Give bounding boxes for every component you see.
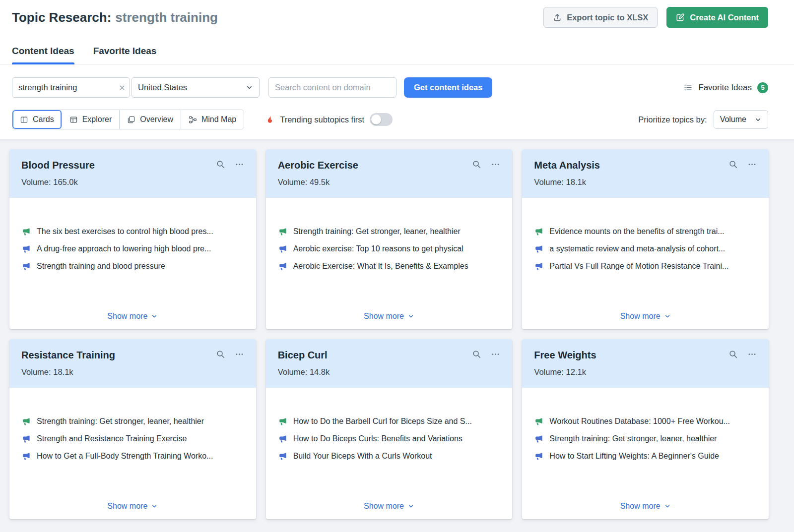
query-field-wrap [12,77,130,98]
content-idea-item[interactable]: How to Start Lifting Weights: A Beginner… [534,451,757,461]
topic-card-header: Aerobic Exercise Volume: 49.5k [266,149,513,198]
content-idea-item[interactable]: The six best exercises to control high b… [21,227,244,236]
search-topic-icon[interactable] [216,160,225,169]
content-idea-item[interactable]: How to Do the Barbell Curl for Biceps Si… [278,416,501,426]
chevron-down-icon [151,313,158,320]
topic-card-bicep-curl: Bicep Curl Volume: 14.8k How to Do the B… [266,339,513,519]
more-options-icon[interactable] [235,350,244,359]
megaphone-icon [534,451,543,461]
show-more-button[interactable]: Show more [364,312,414,321]
search-topic-icon[interactable] [728,350,738,359]
topic-card-title: Aerobic Exercise [278,160,472,171]
topbar-actions: Export topic to XLSX Create AI Content [543,7,768,28]
upload-icon [553,13,562,22]
content-idea-item[interactable]: How to Do Biceps Curls: Benefits and Var… [278,434,501,443]
show-more-button[interactable]: Show more [107,312,158,321]
megaphone-icon [534,416,543,426]
table-icon [69,116,78,124]
domain-search-input[interactable] [268,77,397,98]
content-idea-item[interactable]: Build Your Biceps With a Curls Workout [278,451,501,461]
export-xlsx-button[interactable]: Export topic to XLSX [543,7,658,28]
content-idea-item[interactable]: Strength training: Get stronger, leaner,… [278,227,501,236]
more-options-icon[interactable] [747,160,757,169]
topic-card-title: Resistance Training [21,350,216,361]
trending-toggle[interactable] [370,113,393,126]
content-idea-item[interactable]: Strength training and blood pressure [21,261,244,271]
view-explorer[interactable]: Explorer [62,110,120,129]
content-idea-item[interactable]: Strength training: Get stronger, leaner,… [21,416,244,426]
page-title-query: strength training [115,10,218,25]
edit-icon [676,13,685,22]
content-idea-item[interactable]: Evidence mounts on the benefits of stren… [534,227,757,236]
content-idea-item[interactable]: Strength training: Get stronger, leaner,… [534,434,757,443]
megaphone-icon [278,434,287,443]
megaphone-icon [278,451,287,461]
topic-volume: Volume: 18.1k [534,177,757,187]
more-options-icon[interactable] [747,350,757,359]
search-topic-icon[interactable] [216,350,225,359]
topic-volume: Volume: 12.1k [534,367,757,377]
topic-query-input[interactable] [12,77,130,98]
page-title-prefix: Topic Research: [12,10,111,25]
topic-volume: Volume: 14.8k [278,367,501,377]
megaphone-icon [278,261,287,271]
view-overview[interactable]: Overview [120,110,181,129]
topic-cards-grid: Blood Pressure Volume: 165.0k The six be… [0,139,794,532]
tab-content-ideas[interactable]: Content Ideas [12,46,74,64]
more-options-icon[interactable] [235,160,244,169]
search-topic-icon[interactable] [472,350,481,359]
megaphone-icon [534,244,543,253]
search-topic-icon[interactable] [728,160,738,169]
chevron-down-icon [407,503,414,510]
more-options-icon[interactable] [491,160,500,169]
content-idea-item[interactable]: How to Get a Full-Body Strength Training… [21,451,244,461]
tab-favorite-ideas[interactable]: Favorite Ideas [93,46,157,64]
content-idea-item[interactable]: a systematic review and meta-analysis of… [534,244,757,253]
content-idea-item[interactable]: Aerobic Exercise: What It Is, Benefits &… [278,261,501,271]
topic-card-header: Resistance Training Volume: 18.1k [9,339,256,388]
show-more-button[interactable]: Show more [620,502,671,511]
clear-query-icon[interactable] [118,84,126,92]
overview-icon [127,116,135,124]
more-options-icon[interactable] [491,350,500,359]
chevron-down-icon [407,313,414,320]
flame-icon [265,115,274,124]
tab-bar: Content Ideas Favorite Ideas [0,46,794,64]
topic-card-header: Blood Pressure Volume: 165.0k [9,149,256,198]
content-idea-item[interactable]: Strength and Resistance Training Exercis… [21,434,244,443]
topic-card-title: Blood Pressure [21,160,216,171]
topic-volume: Volume: 18.1k [21,367,244,377]
megaphone-icon [21,434,31,443]
cards-icon [20,116,28,124]
country-select[interactable]: United States [132,77,260,98]
show-more-button[interactable]: Show more [107,502,158,511]
topic-volume: Volume: 165.0k [21,177,244,187]
topic-card-title: Free Weights [534,350,728,361]
get-content-ideas-button[interactable]: Get content ideas [404,77,492,98]
favorite-ideas-link[interactable]: Favorite Ideas 5 [683,82,768,93]
views-toolbar: Cards Explorer Overview Mind Map Trendin… [0,110,794,129]
topic-card-title: Meta Analysis [534,160,728,171]
content-idea-item[interactable]: Partial Vs Full Range of Motion Resistan… [534,261,757,271]
create-ai-content-button[interactable]: Create AI Content [666,7,768,28]
show-more-button[interactable]: Show more [620,312,671,321]
content-idea-item[interactable]: A drug-free approach to lowering high bl… [21,244,244,253]
prioritize-select[interactable]: Volume [714,110,768,129]
topic-card-meta-analysis: Meta Analysis Volume: 18.1k Evidence mou… [522,149,769,329]
view-cards[interactable]: Cards [12,110,62,129]
topic-card-resistance-training: Resistance Training Volume: 18.1k Streng… [9,339,256,519]
chevron-down-icon [664,313,671,320]
page-title: Topic Research:strength training [12,10,218,25]
view-mind-map[interactable]: Mind Map [181,110,244,129]
topic-card-header: Free Weights Volume: 12.1k [522,339,769,388]
search-topic-icon[interactable] [472,160,481,169]
content-idea-item[interactable]: Workout Routines Database: 1000+ Free Wo… [534,416,757,426]
topic-card-aerobic-exercise: Aerobic Exercise Volume: 49.5k Strength … [266,149,513,329]
view-switcher: Cards Explorer Overview Mind Map [12,110,244,129]
megaphone-icon [534,261,543,271]
megaphone-icon [21,261,31,271]
show-more-button[interactable]: Show more [364,502,414,511]
favorites-count-badge: 5 [757,82,768,93]
chevron-down-icon [246,84,253,91]
content-idea-item[interactable]: Aerobic exercise: Top 10 reasons to get … [278,244,501,253]
